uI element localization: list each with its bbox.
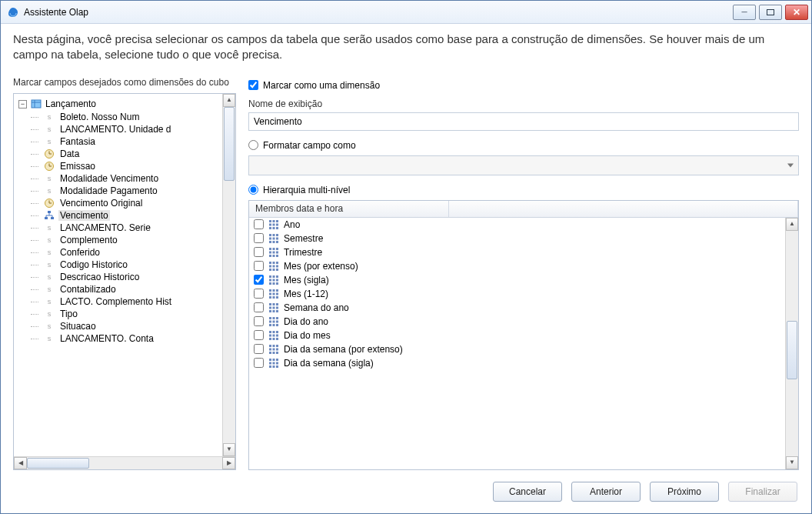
member-row[interactable]: Dia do mes	[249, 329, 798, 342]
tree-horizontal-scrollbar[interactable]: ◀ ▶	[14, 456, 235, 469]
format-field-combo[interactable]	[248, 155, 799, 175]
tree-item[interactable]: Vencimento	[25, 209, 235, 222]
back-button[interactable]: Anterior	[571, 482, 641, 502]
member-label: Dia da semana (por extenso)	[284, 344, 403, 355]
svg-rect-22	[276, 220, 278, 222]
svg-rect-43	[276, 251, 278, 253]
members-scroll-thumb[interactable]	[787, 321, 797, 379]
close-button[interactable]: ✕	[785, 5, 808, 20]
scroll-track-h[interactable]	[27, 457, 222, 469]
member-row[interactable]: Trimestre	[249, 245, 798, 259]
minimize-button[interactable]: ─	[733, 5, 756, 20]
member-checkbox[interactable]	[254, 233, 264, 243]
tree-item[interactable]: sConferido	[25, 246, 235, 259]
svg-rect-41	[269, 251, 271, 253]
member-checkbox[interactable]	[254, 330, 264, 340]
scroll-thumb[interactable]	[224, 107, 235, 181]
member-label: Trimestre	[284, 247, 322, 258]
member-checkbox[interactable]	[254, 302, 264, 312]
member-row[interactable]: Ano	[249, 218, 798, 232]
scroll-up-button[interactable]: ▲	[223, 94, 235, 107]
member-row[interactable]: Mes (sigla)	[249, 273, 798, 287]
svg-rect-38	[269, 248, 271, 250]
tree-item[interactable]: sFantasia	[25, 135, 235, 148]
member-row[interactable]: Semana do ano	[249, 301, 798, 315]
clock-icon	[43, 161, 55, 172]
maximize-button[interactable]	[759, 5, 782, 20]
display-name-input[interactable]	[248, 112, 799, 131]
hierarchy-radio[interactable]	[248, 185, 258, 195]
member-row[interactable]: Mes (1-12)	[249, 287, 798, 301]
members-header-col-empty[interactable]	[449, 201, 798, 217]
tree-item[interactable]: sSituacao	[25, 320, 235, 332]
tree-item[interactable]: sComplemento	[25, 234, 235, 246]
tree-root-node[interactable]: − Lançamento	[14, 97, 235, 111]
tree-item[interactable]: sCodigo Historico	[25, 259, 235, 271]
member-checkbox[interactable]	[254, 289, 264, 299]
mark-as-dimension-row: Marcar como uma dimensão	[248, 80, 799, 91]
tree-item[interactable]: Vencimento Original	[25, 197, 235, 209]
member-checkbox[interactable]	[254, 275, 264, 285]
content-area: Marcar campos desejados como dimensões d…	[1, 77, 811, 477]
member-row[interactable]: Dia da semana (por extenso)	[249, 342, 798, 356]
mark-as-dimension-checkbox[interactable]	[248, 80, 258, 90]
member-label: Dia do mes	[284, 330, 331, 341]
format-field-radio[interactable]	[248, 140, 258, 150]
tree-item[interactable]: sDescricao Historico	[25, 271, 235, 283]
member-checkbox[interactable]	[254, 358, 264, 368]
cancel-button[interactable]: Cancelar	[493, 482, 562, 502]
tree-item[interactable]: sModalidade Vencimento	[25, 172, 235, 185]
scroll-left-button[interactable]: ◀	[14, 457, 27, 469]
svg-rect-110	[269, 359, 271, 361]
members-scroll-up[interactable]: ▲	[786, 218, 798, 231]
tree-item[interactable]: Emissao	[25, 160, 235, 172]
tree-item[interactable]: sLANCAMENTO. Serie	[25, 222, 235, 234]
member-checkbox[interactable]	[254, 316, 264, 326]
tree-item[interactable]: sLACTO. Complemento Hist	[25, 295, 235, 308]
tree-item[interactable]: sModalidade Pagamento	[25, 185, 235, 197]
members-scroll-down[interactable]: ▼	[786, 456, 798, 469]
members-scroll-track[interactable]	[786, 231, 798, 457]
format-field-label: Formatar campo como	[263, 140, 356, 151]
next-button[interactable]: Próximo	[650, 482, 719, 502]
tree-item[interactable]: sTipo	[25, 308, 235, 320]
member-checkbox[interactable]	[254, 344, 264, 354]
tree-item[interactable]: sLANCAMENTO. Conta	[25, 332, 235, 345]
members-list[interactable]: Membros data e hora AnoSemestreTrimestre…	[248, 200, 799, 471]
field-tree[interactable]: − Lançamento sBoleto. Nosso NumsLANCAMEN	[13, 93, 236, 470]
svg-rect-69	[273, 292, 275, 295]
scroll-track[interactable]	[223, 107, 235, 443]
left-panel: Marcar campos desejados como dimensões d…	[13, 77, 236, 471]
expander-icon[interactable]: −	[18, 100, 27, 108]
member-row[interactable]: Mes (por extenso)	[249, 259, 798, 273]
scroll-down-button[interactable]: ▼	[223, 443, 235, 456]
svg-rect-32	[269, 237, 271, 239]
svg-rect-35	[269, 241, 271, 243]
member-checkbox[interactable]	[254, 219, 264, 229]
grid-icon	[268, 233, 279, 244]
svg-rect-20	[269, 220, 271, 222]
tree-item[interactable]: sLANCAMENTO. Unidade d	[25, 123, 235, 135]
member-checkbox[interactable]	[254, 247, 264, 257]
finish-button[interactable]: Finalizar	[728, 482, 797, 502]
tree-vertical-scrollbar[interactable]: ▲ ▼	[222, 94, 235, 456]
svg-rect-39	[273, 248, 275, 250]
svg-rect-105	[273, 348, 275, 350]
svg-rect-104	[269, 348, 271, 350]
member-row[interactable]: Semestre	[249, 232, 798, 245]
member-row[interactable]: Dia do ano	[249, 315, 798, 329]
app-icon	[7, 6, 19, 18]
svg-rect-71	[269, 296, 271, 299]
scroll-right-button[interactable]: ▶	[222, 457, 235, 469]
scroll-thumb-h[interactable]	[27, 458, 89, 469]
members-vertical-scrollbar[interactable]: ▲ ▼	[785, 218, 798, 470]
members-header-col[interactable]: Membros data e hora	[249, 201, 449, 217]
tree-item[interactable]: sBoleto. Nosso Num	[25, 111, 235, 123]
tree-item[interactable]: Data	[25, 148, 235, 160]
svg-rect-109	[276, 352, 278, 354]
tree-item[interactable]: sContabilizado	[25, 283, 235, 295]
svg-rect-63	[273, 282, 275, 285]
member-checkbox[interactable]	[254, 261, 264, 271]
member-row[interactable]: Dia da semana (sigla)	[249, 356, 798, 370]
svg-rect-23	[269, 223, 271, 225]
